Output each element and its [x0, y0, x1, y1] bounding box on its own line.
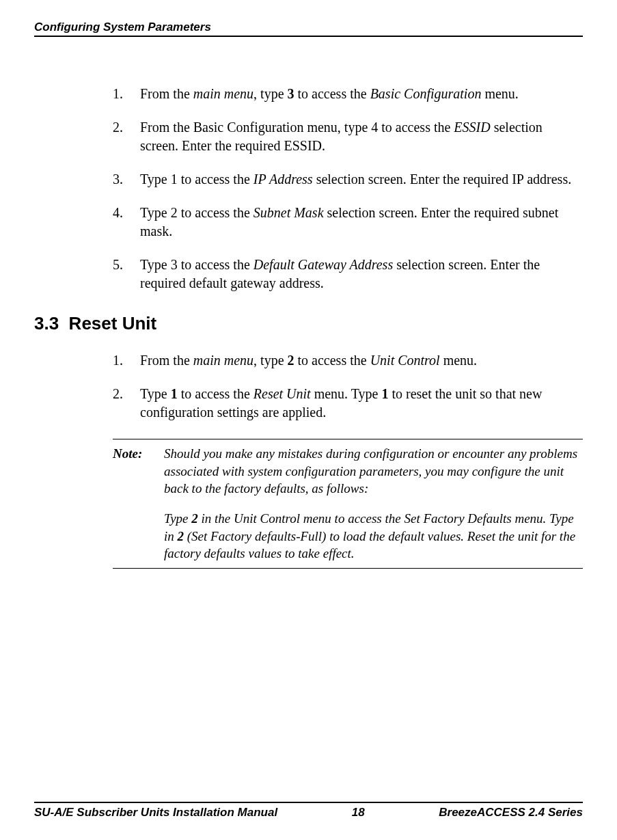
note-body: Should you make any mistakes during conf…	[164, 445, 583, 563]
list-text: From the Basic Configuration menu, type …	[140, 118, 583, 155]
text: to access the	[178, 386, 253, 401]
text-italic: IP Address	[253, 172, 313, 187]
text-bold: 2	[288, 353, 294, 368]
footer-page-number: 18	[352, 806, 365, 819]
list-number: 3.	[113, 170, 140, 189]
footer-right: BreezeACCESS 2.4 Series	[439, 806, 583, 819]
text-bold: 1	[381, 386, 388, 401]
reset-steps-list: 1. From the main menu, type 2 to access …	[113, 351, 583, 422]
footer-left: SU-A/E Subscriber Units Installation Man…	[34, 806, 277, 819]
section-heading: 3.3 Reset Unit	[34, 313, 583, 334]
note-row: Note: Should you make any mistakes durin…	[113, 445, 583, 563]
body-content: 1. From the main menu, type 3 to access …	[113, 85, 583, 293]
text-italic: Subnet Mask	[253, 205, 324, 220]
text-bold: 2	[178, 529, 184, 543]
text: menu. Type	[311, 386, 382, 401]
list-item: 5. Type 3 to access the Default Gateway …	[113, 256, 583, 293]
note-label: Note:	[113, 445, 164, 563]
text-italic: Default Gateway Address	[253, 257, 393, 272]
list-item: 2. Type 1 to access the Reset Unit menu.…	[113, 385, 583, 422]
section-number: 3.3	[34, 313, 59, 334]
text: , type	[253, 86, 287, 101]
text-italic: Unit Control	[370, 353, 440, 368]
page: Configuring System Parameters 1. From th…	[0, 0, 617, 840]
list-number: 1.	[113, 85, 140, 103]
text-bold: 3	[288, 86, 294, 101]
list-item: 4. Type 2 to access the Subnet Mask sele…	[113, 204, 583, 241]
text-italic: Reset Unit	[253, 386, 311, 401]
list-item: 1. From the main menu, type 2 to access …	[113, 351, 583, 370]
text: to access the	[294, 353, 370, 368]
text: menu.	[440, 353, 477, 368]
text-italic: ESSID	[454, 120, 490, 135]
text-italic: main menu	[193, 86, 253, 101]
text-italic: main menu	[193, 353, 253, 368]
section-title: Reset Unit	[69, 313, 157, 334]
list-number: 5.	[113, 256, 140, 293]
list-number: 1.	[113, 351, 140, 370]
list-text: Type 2 to access the Subnet Mask selecti…	[140, 204, 583, 241]
config-steps-list: 1. From the main menu, type 3 to access …	[113, 85, 583, 293]
text: , type	[253, 353, 287, 368]
text: From the Basic Configuration menu, type …	[140, 120, 454, 135]
text: menu.	[481, 86, 518, 101]
text: From the	[140, 86, 193, 101]
list-item: 3. Type 1 to access the IP Address selec…	[113, 170, 583, 189]
running-header: Configuring System Parameters	[34, 21, 583, 37]
text: Type	[164, 511, 191, 526]
list-text: Type 1 to access the Reset Unit menu. Ty…	[140, 385, 583, 422]
text: to access the	[294, 86, 370, 101]
list-text: Type 1 to access the IP Address selectio…	[140, 170, 583, 189]
page-footer: SU-A/E Subscriber Units Installation Man…	[34, 802, 583, 819]
list-item: 1. From the main menu, type 3 to access …	[113, 85, 583, 103]
body-content: 1. From the main menu, type 2 to access …	[113, 351, 583, 569]
text-bold: 2	[191, 511, 198, 526]
list-item: 2. From the Basic Configuration menu, ty…	[113, 118, 583, 155]
note-block: Note: Should you make any mistakes durin…	[113, 439, 583, 569]
text: Type 1 to access the	[140, 172, 253, 187]
text: From the	[140, 353, 193, 368]
text-bold: 1	[171, 386, 178, 401]
text: selection screen. Enter the required IP …	[313, 172, 572, 187]
list-text: Type 3 to access the Default Gateway Add…	[140, 256, 583, 293]
list-text: From the main menu, type 2 to access the…	[140, 351, 583, 370]
list-number: 4.	[113, 204, 140, 241]
note-para2: Type 2 in the Unit Control menu to acces…	[164, 510, 583, 563]
text: (Set Factory defaults-Full) to load the …	[164, 529, 575, 561]
list-text: From the main menu, type 3 to access the…	[140, 85, 583, 103]
text: Type 2 to access the	[140, 205, 253, 220]
note-para1: Should you make any mistakes during conf…	[164, 445, 583, 498]
list-number: 2.	[113, 385, 140, 422]
text-italic: Basic Configuration	[370, 86, 482, 101]
text: Type 3 to access the	[140, 257, 253, 272]
list-number: 2.	[113, 118, 140, 155]
text: Type	[140, 386, 171, 401]
